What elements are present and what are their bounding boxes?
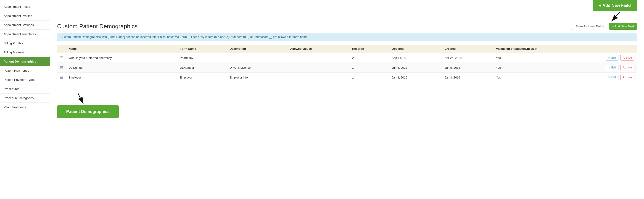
cell-created: Apr 25, 2018 — [442, 53, 493, 63]
drag-handle-cell[interactable]: ☰ — [57, 53, 66, 63]
archive-button[interactable]: Archive — [620, 55, 634, 60]
cell-updated: Jan 8, 2019 — [389, 73, 442, 82]
drag-handle-icon: ☰ — [60, 76, 63, 79]
col-actions — [600, 45, 637, 53]
sidebar-item-billing-statuses[interactable]: Billing Statuses — [0, 48, 50, 57]
edit-button[interactable]: Edit — [606, 65, 618, 70]
action-cell: Edit Archive — [600, 53, 637, 63]
toolbar-buttons: Show Archived Fields + Add New Field — [572, 23, 637, 30]
svg-line-3 — [78, 93, 83, 104]
arrow-annotation-top — [608, 11, 622, 22]
sidebar-item-appointment-profiles[interactable]: Appointment Profiles — [0, 11, 50, 20]
svg-line-1 — [612, 12, 620, 21]
cell-visible: Yes — [493, 53, 600, 63]
archive-button[interactable]: Archive — [620, 65, 634, 70]
edit-button[interactable]: Edit — [606, 55, 618, 60]
main-content: + Add New Field Custom Patient Demograph… — [50, 0, 644, 199]
drag-handle-cell[interactable]: ☰ — [57, 63, 66, 73]
col-records: Records — [350, 45, 389, 53]
cell-description: Driver's License — [227, 63, 287, 73]
cell-form-name: DLNumber — [177, 63, 227, 73]
cell-name: Employer — [66, 73, 177, 82]
bottom-annotation: Patient Demographics — [57, 92, 119, 118]
sidebar-item-billing-profiles[interactable]: Billing Profiles — [0, 39, 50, 48]
table-row: ☰ What is your preferred pharmacy Pharma… — [57, 53, 637, 63]
action-cell: Edit Archive — [600, 73, 637, 82]
add-new-field-button-small[interactable]: + Add New Field — [609, 23, 637, 30]
cell-created: Jun 8, 2018 — [442, 63, 493, 73]
cell-form-name: Employer — [177, 73, 227, 82]
cell-records: 1 — [350, 73, 389, 82]
cell-created: Jan 8, 2019 — [442, 73, 493, 82]
add-new-field-button-large[interactable]: + Add New Field — [592, 0, 637, 11]
show-archived-button[interactable]: Show Archived Fields — [572, 23, 607, 30]
sidebar-item-patient-demographics[interactable]: Patient Demographics — [0, 57, 50, 66]
cell-allowed-values — [288, 53, 350, 63]
edit-button[interactable]: Edit — [606, 75, 618, 80]
col-name: Name — [66, 45, 177, 53]
sidebar: Appointment Fields Appointment Profiles … — [0, 0, 50, 199]
info-box: Custom Patient Demographics with [Form N… — [57, 33, 637, 41]
cell-description — [227, 53, 287, 63]
cell-updated: Jun 8, 2018 — [389, 63, 442, 73]
table-row: ☰ DL Number DLNumber Driver's License 1 … — [57, 63, 637, 73]
sidebar-item-appointment-statuses[interactable]: Appointment Statuses — [0, 20, 50, 30]
cell-records: 2 — [350, 53, 389, 63]
sidebar-item-appointment-fields[interactable]: Appointment Fields — [0, 2, 50, 11]
sidebar-item-procedure-categories[interactable]: Procedure Categories — [0, 94, 50, 103]
cell-name: What is your preferred pharmacy — [66, 53, 177, 63]
cell-description: Employer info — [227, 73, 287, 82]
cell-allowed-values — [288, 73, 350, 82]
toolbar-row: Custom Patient Demographics Show Archive… — [57, 23, 637, 30]
action-cell: Edit Archive — [600, 63, 637, 73]
col-form-name: Form Name — [177, 45, 227, 53]
table-header-row: Name Form Name Description Allowed Value… — [57, 45, 637, 53]
cell-visible: Yes — [493, 63, 600, 73]
sidebar-item-vital-flowsheets[interactable]: Vital Flowsheets — [0, 103, 50, 112]
cell-records: 1 — [350, 63, 389, 73]
demographics-table: Name Form Name Description Allowed Value… — [57, 45, 637, 82]
arrow-annotation-bottom — [71, 92, 89, 105]
cell-form-name: Pharmacy — [177, 53, 227, 63]
col-drag — [57, 45, 66, 53]
sidebar-item-patient-flag-types[interactable]: Patient Flag Types — [0, 66, 50, 75]
bottom-annotation-label: Patient Demographics — [57, 105, 119, 118]
cell-updated: Sep 11, 2018 — [389, 53, 442, 63]
col-allowed-values: Allowed Values — [288, 45, 350, 53]
drag-handle-icon: ☰ — [60, 56, 63, 60]
drag-handle-icon: ☰ — [60, 66, 63, 70]
cell-visible: Yes — [493, 73, 600, 82]
page-title: Custom Patient Demographics — [57, 23, 138, 30]
sidebar-item-patient-payment-types[interactable]: Patient Payment Types — [0, 75, 50, 84]
col-visible: Visible on onpatient/Check-In — [493, 45, 600, 53]
cell-allowed-values — [288, 63, 350, 73]
table-row: ☰ Employer Employer Employer info 1 Jan … — [57, 73, 637, 82]
cell-name: DL Number — [66, 63, 177, 73]
sidebar-item-appointment-templates[interactable]: Appointment Templates — [0, 30, 50, 39]
drag-handle-cell[interactable]: ☰ — [57, 73, 66, 82]
sidebar-item-procedures[interactable]: Procedures — [0, 84, 50, 94]
archive-button[interactable]: Archive — [620, 75, 634, 80]
col-updated: Updated — [389, 45, 442, 53]
col-created: Created — [442, 45, 493, 53]
col-description: Description — [227, 45, 287, 53]
